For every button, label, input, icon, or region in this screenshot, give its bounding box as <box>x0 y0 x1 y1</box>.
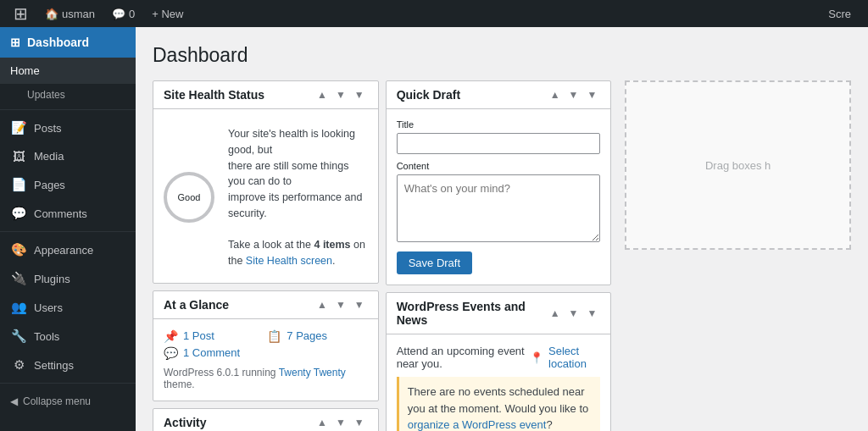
site-health-link[interactable]: Site Health screen <box>246 255 332 267</box>
at-a-glance-content: 📌 1 Post 📋 7 Pages 💬 1 Comment <box>153 319 378 401</box>
users-icon: 👥 <box>10 300 27 315</box>
media-icon: 🖼 <box>10 149 27 163</box>
sidebar-dashboard[interactable]: ⊞ Dashboard <box>0 27 136 58</box>
quick-draft-pin[interactable]: ▼ <box>583 88 600 102</box>
widget-col-2: Quick Draft ▲ ▼ ▼ Title Content Save Dra… <box>386 80 619 431</box>
activity-controls: ▲ ▼ ▼ <box>314 416 368 429</box>
activity-title: Activity <box>164 416 310 429</box>
house-icon: 🏠 <box>45 8 58 20</box>
at-a-glance-up[interactable]: ▲ <box>314 298 331 312</box>
content-label: Content <box>397 161 601 171</box>
quick-draft-header: Quick Draft ▲ ▼ ▼ <box>387 81 611 109</box>
health-circle: Good <box>164 172 214 223</box>
at-a-glance-pin[interactable]: ▼ <box>351 298 368 312</box>
sidebar-item-pages[interactable]: 📄 Pages <box>0 170 136 199</box>
quick-draft-up[interactable]: ▲ <box>547 88 564 102</box>
wp-events-controls: ▲ ▼ ▼ <box>547 307 601 320</box>
comments-icon: 💬 <box>10 206 27 221</box>
sidebar-item-media[interactable]: 🖼 Media <box>0 142 136 170</box>
sidebar-item-appearance[interactable]: 🎨 Appearance <box>0 235 136 264</box>
health-status: Good Your site's health is looking good,… <box>164 119 368 273</box>
health-description: Your site's health is looking good, but … <box>228 126 368 269</box>
quick-draft-widget: Quick Draft ▲ ▼ ▼ Title Content Save Dra… <box>386 80 612 285</box>
wp-events-pin[interactable]: ▼ <box>583 307 600 320</box>
sidebar-item-updates[interactable]: Updates <box>0 84 136 106</box>
dashboard-icon: ⊞ <box>10 36 20 49</box>
posts-icon: 📝 <box>10 120 27 135</box>
activity-widget: Activity ▲ ▼ ▼ Recently Published Jul 15… <box>153 408 379 431</box>
quick-draft-controls: ▲ ▼ ▼ <box>547 88 601 102</box>
sidebar-item-posts[interactable]: 📝 Posts <box>0 113 136 142</box>
save-draft-button[interactable]: Save Draft <box>397 251 472 274</box>
wp-events-down[interactable]: ▼ <box>565 307 582 320</box>
page-icon: 📋 <box>267 329 281 343</box>
activity-down[interactable]: ▼ <box>332 416 349 429</box>
glance-posts: 📌 1 Post <box>164 329 264 343</box>
comment-icon: 💬 <box>112 8 125 20</box>
sidebar: ⊞ Dashboard Home Updates 📝 Posts 🖼 Media… <box>0 27 136 431</box>
sidebar-divider-2 <box>0 231 136 232</box>
sidebar-item-users[interactable]: 👥 Users <box>0 293 136 322</box>
sidebar-item-tools[interactable]: 🔧 Tools <box>0 322 136 351</box>
adminbar-site-name[interactable]: 🏠 usman <box>38 0 102 27</box>
page-title: Dashboard <box>153 44 851 67</box>
quick-draft-down[interactable]: ▼ <box>565 88 582 102</box>
site-health-widget: Site Health Status ▲ ▼ ▼ Good <box>153 80 379 284</box>
site-health-collapse-down[interactable]: ▼ <box>332 88 349 102</box>
at-a-glance-header: At a Glance ▲ ▼ ▼ <box>153 291 378 319</box>
activity-header: Activity ▲ ▼ ▼ <box>153 409 378 431</box>
glance-comments: 💬 1 Comment <box>164 346 264 360</box>
adminbar-new[interactable]: + New <box>145 0 190 27</box>
at-a-glance-down[interactable]: ▼ <box>332 298 349 312</box>
health-circle-label: Good <box>178 192 201 202</box>
glance-items: 📌 1 Post 📋 7 Pages 💬 1 Comment <box>164 329 368 360</box>
appearance-icon: 🎨 <box>10 242 27 257</box>
wp-events-title: WordPress Events and News <box>397 300 543 327</box>
select-location-link[interactable]: Select location <box>548 345 600 370</box>
widget-col-1: Site Health Status ▲ ▼ ▼ Good <box>153 80 386 431</box>
activity-up[interactable]: ▲ <box>314 416 331 429</box>
activity-pin[interactable]: ▼ <box>351 416 368 429</box>
wp-events-header: WordPress Events and News ▲ ▼ ▼ <box>387 293 611 334</box>
sidebar-item-home[interactable]: Home <box>0 58 136 84</box>
sidebar-divider-1 <box>0 109 136 110</box>
site-health-controls: ▲ ▼ ▼ <box>314 88 368 102</box>
at-a-glance-title: At a Glance <box>164 298 310 312</box>
main-content: Dashboard Site Health Status ▲ ▼ ▼ <box>136 27 868 431</box>
pages-icon: 📄 <box>10 177 27 192</box>
comments-count-link[interactable]: 1 Comment <box>183 346 240 359</box>
site-health-collapse-up[interactable]: ▲ <box>314 88 331 102</box>
location-pin-icon: 📍 <box>530 351 543 364</box>
tools-icon: 🔧 <box>10 329 27 344</box>
pin-icon: 📌 <box>164 329 178 343</box>
wp-logo-icon[interactable]: ⊞ <box>7 3 35 24</box>
settings-icon: ⚙ <box>10 357 27 373</box>
title-label: Title <box>397 119 601 130</box>
wp-events-up[interactable]: ▲ <box>547 307 564 320</box>
events-attend-text: Attend an upcoming event near you. 📍 Sel… <box>397 345 601 370</box>
collapse-icon: ◀ <box>10 395 18 407</box>
draft-content-textarea[interactable] <box>397 174 601 242</box>
adminbar-comments[interactable]: 💬 0 <box>105 0 142 27</box>
draft-title-input[interactable] <box>397 133 601 154</box>
screen-meta-button[interactable]: Scre <box>828 8 861 20</box>
sidebar-item-comments[interactable]: 💬 Comments <box>0 199 136 228</box>
pages-count-link[interactable]: 7 Pages <box>287 329 327 342</box>
quick-draft-content: Title Content Save Draft <box>387 109 611 285</box>
wp-events-content: Attend an upcoming event near you. 📍 Sel… <box>387 334 611 431</box>
wp-version-text: WordPress 6.0.1 running Twenty Twenty th… <box>164 367 368 390</box>
admin-bar: ⊞ 🏠 usman 💬 0 + New Scre <box>0 0 868 27</box>
widget-grid: Site Health Status ▲ ▼ ▼ Good <box>153 80 851 431</box>
site-health-pin[interactable]: ▼ <box>351 88 368 102</box>
sidebar-item-plugins[interactable]: 🔌 Plugins <box>0 264 136 293</box>
posts-count-link[interactable]: 1 Post <box>183 329 214 342</box>
no-events-notice: There are no events scheduled near you a… <box>397 377 601 431</box>
organize-event-link[interactable]: organize a WordPress event <box>408 418 547 431</box>
sidebar-divider-3 <box>0 383 136 384</box>
sidebar-item-settings[interactable]: ⚙ Settings <box>0 351 136 379</box>
theme-link[interactable]: Twenty Twenty <box>279 367 346 379</box>
wp-events-widget: WordPress Events and News ▲ ▼ ▼ Attend a… <box>386 292 612 431</box>
widget-col-3: Drag boxes h <box>618 80 851 431</box>
collapse-menu-button[interactable]: ◀ Collapse menu <box>0 387 136 416</box>
drag-boxes-placeholder: Drag boxes h <box>625 80 851 250</box>
